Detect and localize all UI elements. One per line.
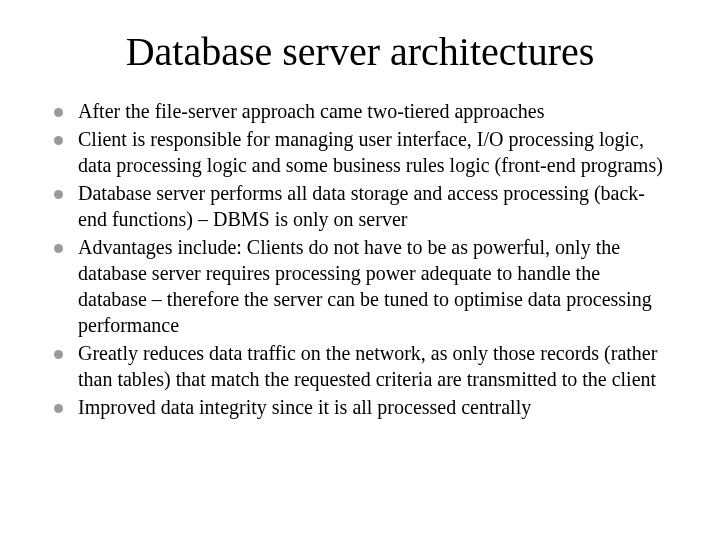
list-item: Client is responsible for managing user … bbox=[50, 126, 670, 178]
slide-title: Database server architectures bbox=[40, 30, 680, 74]
bullet-list: After the file-server approach came two-… bbox=[40, 98, 680, 420]
list-item: Greatly reduces data traffic on the netw… bbox=[50, 340, 670, 392]
list-item: Advantages include: Clients do not have … bbox=[50, 234, 670, 338]
list-item: After the file-server approach came two-… bbox=[50, 98, 670, 124]
slide: Database server architectures After the … bbox=[0, 0, 720, 540]
list-item: Improved data integrity since it is all … bbox=[50, 394, 670, 420]
list-item: Database server performs all data storag… bbox=[50, 180, 670, 232]
